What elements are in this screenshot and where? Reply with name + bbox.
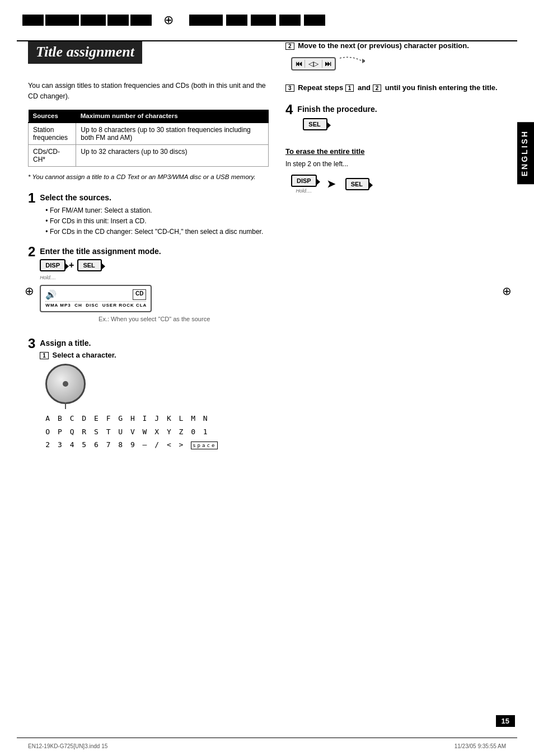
black-square-4 [107, 15, 129, 26]
footnote: * You cannot assign a title to a CD Text… [28, 172, 269, 181]
hold-label: Hold.... [40, 275, 269, 280]
erase-section: To erase the entire title In step 2 on t… [285, 147, 506, 194]
right-step-2: 2 Move to the next (or previous) charact… [285, 41, 506, 72]
char-row-1: A B C D E F G H I J K L M N [45, 412, 269, 425]
right-step-4-number: 4 [285, 103, 293, 116]
erase-hold-label: Hold.... [291, 188, 317, 194]
substep-title: Select a character. [53, 351, 116, 359]
erase-sel-button[interactable]: SEL [345, 178, 369, 190]
page-container: ⊕ ENGLISH Title assignment You can assig… [0, 10, 534, 756]
crosshair-icon: ⊕ [163, 13, 174, 27]
next-icon: ⏭ [322, 60, 331, 68]
right-step-4-title: Finish the procedure. [297, 103, 377, 114]
separator-icon: ◁▷ [307, 60, 320, 68]
table-cell-chars-2: Up to 32 characters (up to 30 discs) [76, 144, 269, 166]
crosshair-left: ⊕ [25, 284, 34, 298]
erase-sel-wrap: SEL [345, 178, 369, 190]
table-cell-chars-1: Up to 8 characters (up to 30 station fre… [76, 123, 269, 145]
step-2: 2 Enter the title assignment mode. DISP … [28, 245, 269, 329]
erase-arrow-icon: ➤ [327, 178, 335, 190]
black-square-6 [189, 15, 223, 26]
black-square-2 [45, 15, 79, 26]
black-square-1 [22, 15, 44, 26]
step-3-body: Assign a title. 1 Select a character. [40, 337, 269, 451]
right-step-4-body: Finish the procedure. SEL [297, 103, 377, 130]
footer-bar: EN12-19KD-G725[UN]3.indd 15 11/23/05 9:3… [0, 743, 534, 749]
step-1: 1 Select the sources. For FM/AM tuner: S… [28, 191, 269, 238]
step-3-sub: 1 Select a character. [40, 351, 269, 359]
table-cell-source-1: Stationfrequencies [29, 123, 76, 145]
step-3-title: Assign a title. [40, 337, 269, 348]
step-ref-2: 2 [373, 84, 382, 92]
step-1-number: 1 [28, 191, 35, 205]
step-1-title: Select the sources. [40, 191, 269, 202]
step-2-title: Enter the title assignment mode. [40, 245, 269, 256]
char-grid: A B C D E F G H I J K L M N O P Q R S T … [45, 412, 269, 451]
cd-display-mockup: 🔊 CD WMA MP3 CH DISC USER ROCK CLASSIC P… [40, 285, 152, 312]
erase-buttons-row: DISP Hold.... ➤ SEL [285, 175, 506, 194]
step-2-buttons: DISP + SEL [40, 259, 269, 271]
bullet-3: For CDs in the CD changer: Select "CD-CH… [45, 227, 269, 237]
right-column: ⊕ 2 Move to the next (or previous) chara… [285, 36, 506, 459]
bullet-1: For FM/AM tuner: Select a station. [45, 205, 269, 216]
space-key: space [191, 442, 218, 449]
section-title-block: Title assignment [28, 40, 269, 72]
top-bar-right [189, 15, 327, 26]
sel-button[interactable]: SEL [77, 259, 101, 271]
crosshair-center: ⊕ [163, 13, 174, 27]
section-title: Title assignment [28, 40, 142, 64]
table-cell-source-2: CDs/CD-CH* [29, 144, 76, 166]
prev-icon: ⏮ [296, 60, 305, 68]
step-ref-1: 1 [345, 84, 354, 92]
right-step-4: 4 Finish the procedure. SEL [285, 103, 506, 130]
file-info: EN12-19KD-G725[UN]3.indd 15 [28, 743, 107, 749]
knob-center-dot [63, 381, 68, 387]
left-column: Title assignment You can assign titles t… [28, 36, 269, 459]
table-row: CDs/CD-CH* Up to 32 characters (up to 30… [29, 144, 269, 166]
step-2-number: 2 [28, 245, 35, 259]
cd-display-disc-icon: 🔊 [45, 289, 57, 300]
black-square-7 [226, 15, 247, 26]
black-square-8 [251, 15, 276, 26]
erase-disp-wrap: DISP Hold.... [291, 175, 317, 194]
black-square-5 [130, 15, 152, 26]
page-number-badge: 15 [496, 715, 515, 727]
substep-number-box: 1 [40, 352, 49, 359]
ex-caption: Ex.: When you select "CD" as the source [40, 316, 269, 322]
knob-stem [65, 402, 66, 409]
step-1-body: Select the sources. For FM/AM tuner: Sel… [40, 191, 269, 238]
sel-button-wrap: SEL [77, 259, 101, 271]
cd-display-bar: WMA MP3 CH DISC USER ROCK CLASSIC POPS H… [45, 303, 146, 308]
black-square-3 [81, 15, 106, 26]
footer-line [17, 738, 517, 738]
table-header-max-chars: Maximum number of characters [76, 110, 269, 123]
char-row-3: 2 3 4 5 6 7 8 9 – / < > space [45, 438, 269, 451]
table-header-sources: Sources [29, 110, 76, 123]
disp-button[interactable]: DISP [40, 259, 65, 271]
right-step-2-title: 2 Move to the next (or previous) charact… [285, 41, 506, 50]
step-1-bullets: For FM/AM tuner: Select a station. For C… [40, 205, 269, 238]
step-3: 3 Assign a title. 1 Select a character. [28, 337, 269, 451]
knob-illustration [45, 364, 269, 404]
rotary-knob [45, 364, 86, 404]
char-row-2: O P Q R S T U V W X Y Z 0 1 [45, 425, 269, 438]
top-bar: ⊕ [0, 10, 534, 30]
english-sidebar: ENGLISH [517, 122, 534, 184]
right-step-3-box: 3 [285, 84, 294, 92]
black-square-9 [279, 15, 301, 26]
erase-disp-button[interactable]: DISP [291, 175, 317, 187]
right-step-3-title: 3 Repeat steps 1 and 2 until you finish … [285, 83, 506, 92]
sources-table: Sources Maximum number of characters Sta… [28, 110, 269, 167]
cd-display-dotted [45, 301, 146, 302]
nav-prev-next-group: ⏮ ◁▷ ⏭ [291, 57, 336, 71]
black-square-10 [304, 15, 325, 26]
main-content: Title assignment You can assign titles t… [0, 30, 534, 470]
nav-buttons-group: ⏮ ◁▷ ⏭ [285, 55, 506, 72]
disp-button-wrap: DISP [40, 259, 65, 271]
right-step-4-inner: 4 Finish the procedure. SEL [285, 103, 506, 130]
cd-display-top: 🔊 CD [45, 289, 146, 300]
curved-arrow [337, 55, 365, 72]
finish-sel-button[interactable]: SEL [303, 118, 327, 130]
sel-button-area: SEL [297, 118, 377, 130]
date-info: 11/23/05 9:35:55 AM [455, 743, 506, 749]
